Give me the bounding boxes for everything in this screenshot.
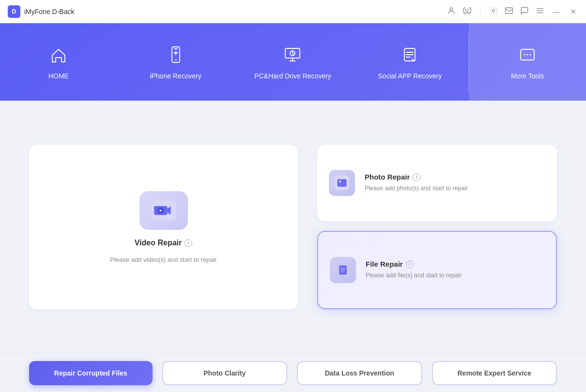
- nav-item-home[interactable]: HOME: [0, 23, 117, 101]
- svg-rect-4: [506, 8, 513, 14]
- chat-icon[interactable]: [520, 6, 529, 17]
- discord-icon[interactable]: [463, 6, 471, 17]
- nav-item-social[interactable]: Social APP Recovery: [351, 23, 468, 101]
- close-icon[interactable]: ✕: [569, 7, 578, 16]
- app-title: iMyFone D-Back: [24, 8, 447, 15]
- svg-point-9: [175, 59, 176, 60]
- video-repair-info-icon[interactable]: i: [185, 239, 192, 247]
- person-icon[interactable]: [447, 6, 456, 17]
- main-content: Video Repair i Please add video(s) and s…: [0, 101, 586, 353]
- svg-point-0: [450, 8, 453, 11]
- separator: [480, 7, 480, 16]
- nav-iphone-label: iPhone Recovery: [150, 72, 201, 80]
- video-repair-card[interactable]: Video Repair i Please add video(s) and s…: [29, 145, 298, 309]
- home-icon: [48, 45, 69, 67]
- menu-icon[interactable]: [536, 6, 544, 17]
- photo-repair-icon: [329, 170, 355, 196]
- title-bar-controls: — ✕: [447, 6, 578, 17]
- svg-point-2: [468, 9, 469, 10]
- file-repair-title: File Repair i: [366, 260, 462, 268]
- svg-point-16: [530, 54, 531, 55]
- photo-repair-title: Photo Repair i: [365, 173, 468, 181]
- nav-social-label: Social APP Recovery: [378, 72, 442, 80]
- svg-rect-23: [338, 179, 347, 187]
- svg-point-14: [524, 54, 525, 55]
- nav-bar: HOME iPhone Recovery PC&Hard Drive Recov…: [0, 23, 586, 101]
- file-repair-info-icon[interactable]: i: [406, 260, 414, 268]
- file-repair-desc: Please add file(s) and start to repair: [366, 271, 462, 280]
- photo-clarity-button[interactable]: Photo Clarity: [162, 361, 288, 385]
- photo-repair-info-icon[interactable]: i: [413, 173, 420, 181]
- photo-repair-desc: Please add photo(s) and start to repair: [365, 184, 468, 193]
- nav-item-pc[interactable]: PC&Hard Drive Recovery: [234, 23, 352, 101]
- photo-repair-card[interactable]: Photo Repair i Please add photo(s) and s…: [317, 145, 557, 221]
- more-icon: [517, 45, 538, 67]
- video-repair-title: Video Repair i: [135, 239, 193, 247]
- minimize-icon[interactable]: —: [551, 7, 562, 16]
- nav-item-more[interactable]: More Tools: [469, 23, 586, 101]
- video-repair-desc: Please add video(s) and start to repair: [110, 256, 216, 263]
- nav-home-label: HOME: [48, 72, 69, 80]
- repair-corrupted-files-button[interactable]: Repair Corrupted Files: [29, 361, 153, 385]
- social-icon: [400, 45, 420, 67]
- iphone-icon: [166, 45, 186, 67]
- data-loss-prevention-button[interactable]: Data Loss Prevention: [297, 361, 422, 385]
- app-logo: D: [8, 5, 20, 18]
- svg-point-15: [527, 54, 528, 55]
- cards-right: Photo Repair i Please add photo(s) and s…: [317, 145, 557, 309]
- title-bar: D iMyFone D-Back — ✕: [0, 0, 586, 23]
- remote-expert-service-button[interactable]: Remote Expert Service: [432, 361, 557, 385]
- mail-icon[interactable]: [505, 6, 513, 17]
- nav-more-label: More Tools: [511, 72, 544, 80]
- bottom-bar: Repair Corrupted Files Photo Clarity Dat…: [0, 353, 586, 392]
- nav-item-iphone[interactable]: iPhone Recovery: [117, 23, 234, 101]
- svg-point-3: [493, 9, 495, 12]
- pc-icon: [282, 45, 303, 67]
- settings-icon[interactable]: [489, 6, 498, 17]
- file-repair-icon: [330, 257, 356, 283]
- svg-point-24: [339, 181, 341, 182]
- video-repair-icon: [139, 191, 188, 230]
- file-repair-card[interactable]: File Repair i Please add file(s) and sta…: [317, 231, 557, 309]
- photo-repair-content: Photo Repair i Please add photo(s) and s…: [365, 173, 468, 193]
- file-repair-content: File Repair i Please add file(s) and sta…: [366, 260, 462, 280]
- svg-point-1: [465, 9, 466, 10]
- nav-pc-label: PC&Hard Drive Recovery: [254, 72, 331, 80]
